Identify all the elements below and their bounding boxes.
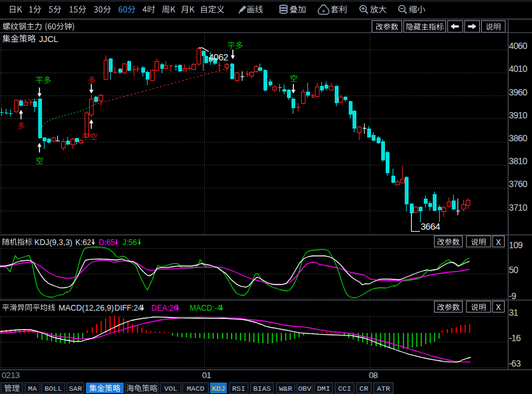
svg-text:DMI: DMI [317, 384, 330, 393]
svg-text:ATR: ATR [377, 384, 390, 393]
svg-text:MACD:-4: MACD:-4 [190, 304, 221, 313]
svg-text:3664: 3664 [421, 222, 440, 232]
svg-text:¥: ¥ [321, 8, 325, 14]
svg-text:CR: CR [360, 384, 368, 393]
svg-text:4010: 4010 [509, 64, 528, 74]
svg-text:31: 31 [509, 307, 519, 318]
svg-text:MA: MA [28, 384, 37, 393]
svg-text:K:62: K:62 [76, 238, 92, 247]
svg-text:X: X [496, 238, 501, 247]
svg-text:OBV: OBV [298, 384, 311, 393]
svg-text:3910: 3910 [509, 110, 528, 120]
svg-text:VOL: VOL [164, 384, 178, 393]
svg-text:W&R: W&R [279, 384, 292, 393]
svg-text:BOLL: BOLL [45, 384, 62, 393]
svg-text:D:65: D:65 [99, 238, 115, 247]
svg-text:MACD(12,26,9): MACD(12,26,9) [59, 304, 114, 313]
svg-text:50: 50 [509, 265, 519, 275]
svg-text:-63: -63 [509, 358, 521, 369]
svg-text:3710: 3710 [509, 202, 528, 213]
svg-text:SAR: SAR [69, 384, 82, 393]
svg-text:-9: -9 [509, 291, 517, 301]
svg-text:CCI: CCI [338, 384, 351, 393]
svg-text:109: 109 [509, 240, 523, 250]
svg-text:DEA:26: DEA:26 [151, 304, 178, 313]
svg-text:3960: 3960 [509, 87, 528, 97]
svg-text:DIFF:24: DIFF:24 [115, 304, 143, 313]
svg-text:4062: 4062 [209, 52, 228, 62]
svg-text:KDJ: KDJ [212, 384, 225, 393]
svg-text:X: X [496, 303, 501, 312]
svg-text:08: 08 [369, 370, 378, 380]
svg-text:MACD: MACD [186, 384, 204, 393]
svg-text:JJCL: JJCL [39, 34, 58, 44]
svg-text:BIAS: BIAS [253, 384, 271, 393]
svg-text:01: 01 [202, 370, 211, 380]
svg-text:4060: 4060 [509, 41, 528, 51]
svg-text:0213: 0213 [2, 370, 20, 380]
svg-text:KDJ(9,3,3): KDJ(9,3,3) [34, 238, 73, 247]
svg-text:3860: 3860 [509, 133, 528, 143]
svg-text:-16: -16 [509, 333, 521, 343]
svg-text:3810: 3810 [509, 156, 528, 166]
svg-text:3760: 3760 [509, 179, 528, 189]
svg-text:J:56: J:56 [123, 238, 137, 247]
svg-text:RSI: RSI [232, 384, 246, 393]
